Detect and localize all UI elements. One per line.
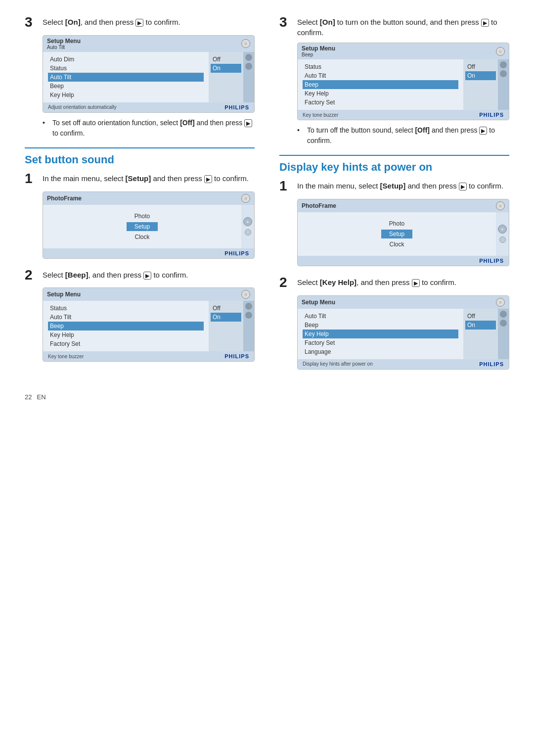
footer-text: Key tone buzzer [48, 354, 84, 359]
bullet-block: • To turn off the button sound, select [… [297, 125, 509, 146]
option-on: On [211, 64, 241, 73]
footer-text: Key tone buzzer [303, 112, 338, 118]
bullet-dot: • [297, 125, 304, 146]
bracket-setup: [Setup] [126, 174, 151, 183]
main-layout: 3 Select [On], and then press ▶ to confi… [20, 15, 514, 378]
screen-icon: ○ [241, 290, 250, 299]
bullet-dot: • [43, 118, 49, 139]
menu-item-selected: Key Help [303, 330, 458, 338]
option-off: Off [465, 62, 496, 71]
option-on: On [465, 71, 496, 80]
step-number: 3 [25, 15, 43, 30]
section-header-display-key-hints: Display key hints at power on [279, 155, 509, 174]
menu-item: Status [303, 62, 458, 71]
screen-footer: Display key hints after power on PHILIPS [298, 359, 509, 369]
screen-right-controls: + [241, 205, 254, 248]
menu-item: Auto Tilt [303, 71, 458, 80]
step-text: Select [On] to turn on the button sound,… [297, 15, 509, 38]
menu-item-selected: Setup [127, 222, 158, 231]
page-number: 22 [25, 393, 32, 401]
menu-item: Factory Set [303, 98, 458, 107]
menu-item: Language [303, 347, 458, 356]
screen-menu: Auto Dim Status Auto Tilt Beep Key Help [43, 52, 209, 102]
philips-brand: PHILIPS [479, 258, 504, 264]
option-off: Off [211, 304, 241, 313]
menu-item: Photo [381, 219, 412, 228]
menu-item: Key Help [303, 89, 458, 98]
screen-auto-tilt: Setup Menu Auto Tilt ○ Auto Dim Status A… [43, 35, 255, 113]
sidebar-btn [500, 320, 507, 327]
bracket-setup: [Setup] [380, 182, 406, 190]
right-step1: 1 In the main menu, select [Setup] and t… [279, 179, 509, 266]
step-number: 2 [279, 275, 297, 290]
screen-icon: ○ [496, 201, 505, 210]
menu-item-selected: Setup [381, 230, 412, 238]
bracket-off: [Off] [180, 119, 195, 127]
sidebar-btn [245, 63, 252, 70]
step-text: In the main menu, select [Setup] and the… [297, 179, 503, 191]
screen-options: Off On [209, 301, 243, 351]
screen-menu: Status Auto Tilt Beep Key Help Factory S… [298, 59, 463, 110]
bullet-text: To turn off the button sound, select [Of… [307, 125, 509, 146]
screen-icon: ○ [241, 39, 250, 48]
left-step2: 2 Select [Beep], and then press ▶ to con… [25, 268, 255, 362]
step-text: Select [Beep], and then press ▶ to confi… [43, 268, 188, 280]
page-footer: 22 EN [20, 393, 514, 401]
screen-title: Setup Menu [302, 45, 335, 52]
bullet-text: To set off auto orientation function, se… [52, 118, 255, 139]
bracket-on: [On] [320, 18, 335, 26]
screen-title: Setup Menu [302, 299, 335, 306]
confirm-icon: ▶ [459, 183, 467, 190]
screen-photoframe-right1: PhotoFrame ○ Photo Setup Clock + [297, 199, 509, 266]
step-number: 1 [279, 179, 297, 194]
menu-item: Factory Set [303, 338, 458, 347]
philips-brand: PHILIPS [224, 104, 249, 110]
step-text: Select [On], and then press ▶ to confirm… [43, 15, 180, 27]
option-on: On [211, 313, 241, 322]
menu-item: Factory Set [48, 339, 204, 348]
sidebar-btn [500, 61, 507, 68]
menu-item: Photo [127, 212, 158, 221]
bracket-off: [Off] [415, 126, 430, 134]
sidebar-btn [245, 303, 252, 310]
menu-item: Auto Dim [48, 55, 204, 64]
sidebar-btn [245, 54, 252, 61]
screen-footer: Adjust orientation automatically PHILIPS [43, 102, 254, 112]
bracket-on: [On] [65, 18, 81, 26]
screen-footer: Key tone buzzer PHILIPS [43, 351, 254, 361]
confirm-icon: ▶ [135, 19, 143, 27]
step-number: 3 [279, 15, 297, 30]
menu-item-selected: Beep [303, 80, 458, 89]
menu-item: Status [48, 64, 204, 73]
screen-beep-on: Setup Menu Beep ○ Status Auto Tilt Beep … [297, 43, 509, 120]
screen-center-menu: Photo Setup Clock [43, 205, 241, 248]
philips-brand: PHILIPS [224, 250, 249, 256]
philips-brand: PHILIPS [479, 112, 504, 118]
confirm-icon: ▶ [143, 272, 151, 280]
screen-footer: Key tone buzzer PHILIPS [298, 110, 509, 120]
menu-item-selected: Auto Tilt [48, 73, 204, 82]
ctrl-btn-main: + [498, 225, 507, 234]
menu-item: Clock [127, 233, 157, 241]
confirm-icon: ▶ [244, 119, 252, 127]
step-text: Select [Key Help], and then press ▶ to c… [297, 275, 456, 287]
right-step2: 2 Select [Key Help], and then press ▶ to… [279, 275, 509, 370]
section-header-set-button-sound: Set button sound [25, 147, 255, 166]
bracket-beep: [Beep] [65, 271, 89, 279]
screen-beep-left: Setup Menu ○ Status Auto Tilt Beep Key H… [43, 287, 255, 362]
language-label: EN [37, 393, 45, 401]
menu-item: Beep [303, 321, 458, 330]
screen-options: Off On [463, 309, 498, 359]
left-step3-top: 3 Select [On], and then press ▶ to confi… [25, 15, 255, 139]
confirm-icon: ▶ [481, 19, 489, 27]
right-column: 3 Select [On] to turn on the button soun… [274, 15, 514, 378]
screen-icon: ○ [496, 47, 505, 56]
menu-item: Auto Tilt [48, 313, 204, 322]
menu-item: Key Help [48, 331, 204, 339]
menu-item: Status [48, 304, 204, 313]
screen-footer: PHILIPS [298, 256, 509, 266]
confirm-icon: ▶ [412, 279, 420, 287]
screen-icon: ○ [496, 298, 505, 307]
screen-menu: Auto Tilt Beep Key Help Factory Set Lang… [298, 309, 463, 359]
screen-right-controls: + [496, 212, 509, 256]
